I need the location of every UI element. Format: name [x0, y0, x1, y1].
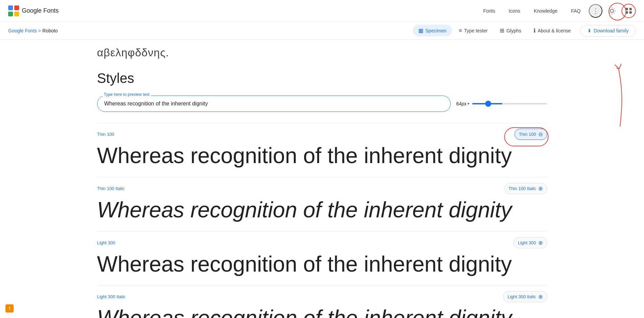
add-thin-100-italic-button[interactable]: Thin 100 Italic ⊕: [504, 183, 547, 194]
logo-text: Google Fonts: [22, 7, 59, 14]
styles-heading: Styles: [97, 71, 547, 86]
preview-text-input[interactable]: [97, 96, 451, 112]
style-name-light-300: Light 300: [97, 240, 116, 245]
size-value: 64px: [456, 101, 466, 106]
tab-glyphs[interactable]: ⊞ Glyphs: [494, 25, 527, 37]
size-label: 64px ▾: [456, 101, 469, 106]
size-slider[interactable]: [472, 103, 547, 104]
secondary-nav-tabs: ▦ Specimen ≡ Type tester ⊞ Glyphs ℹ Abou…: [413, 25, 636, 37]
style-preview-thin-100: Whereas recognition of the inherent dign…: [97, 143, 547, 169]
main-content: αβεληφδδνης. Styles Type here to preview…: [84, 40, 561, 318]
glyphs-icon: ⊞: [500, 27, 504, 34]
breadcrumb-current-page: Roboto: [42, 28, 58, 33]
tab-glyphs-label: Glyphs: [506, 28, 521, 33]
style-name-light-300-italic: Light 300 Italic: [97, 294, 126, 299]
nav-link-faq[interactable]: FAQ: [566, 5, 586, 16]
style-row-header-thin-100-italic: Thin 100 Italic Thin 100 Italic ⊕: [97, 183, 547, 194]
style-preview-thin-100-italic: Whereas recognition of the inherent dign…: [97, 197, 547, 223]
add-light-300-button[interactable]: Light 300 ⊕: [513, 237, 547, 248]
light-300-btn-label: Light 300: [518, 240, 536, 245]
tab-about-license[interactable]: ℹ About & license: [528, 25, 576, 37]
styles-section: Styles Type here to preview text 64px ▾ …: [97, 62, 547, 318]
nav-link-icons[interactable]: Icons: [503, 5, 525, 16]
plus-circle-icon-light-italic: ⊕: [538, 293, 543, 300]
preview-input-label: Type here to preview text: [103, 92, 151, 97]
apps-grid-icon: [626, 8, 632, 14]
style-row-header-thin-100: Thin 100 Thin 100 ⊖: [97, 129, 547, 140]
breadcrumb: Google Fonts > Roboto: [8, 28, 58, 33]
plus-circle-icon-light: ⊕: [538, 240, 543, 246]
type-tester-icon: ≡: [459, 28, 462, 34]
download-family-button[interactable]: ⬇ Download family: [580, 25, 636, 37]
style-preview-light-300-italic: Whereas recognition of the inherent dign…: [97, 305, 547, 318]
nav-link-knowledge[interactable]: Knowledge: [528, 5, 563, 16]
more-options-button[interactable]: ⋮: [589, 4, 602, 18]
style-row-light-300-italic: Light 300 Italic Light 300 Italic ⊕ Wher…: [97, 285, 547, 318]
top-navigation: Google Fonts Fonts Icons Knowledge FAQ ⋮: [0, 0, 644, 22]
tab-type-tester-label: Type tester: [464, 28, 488, 33]
light-300-italic-btn-label: Light 300 Italic: [508, 294, 536, 299]
thin-100-btn-label: Thin 100: [519, 132, 536, 137]
notification-badge: !: [5, 304, 14, 313]
tab-specimen-label: Specimen: [425, 28, 447, 33]
svg-rect-1: [14, 5, 19, 10]
style-row-thin-100-italic: Thin 100 Italic Thin 100 Italic ⊕ Wherea…: [97, 177, 547, 231]
style-row-thin-100: Thin 100 Thin 100 ⊖ Whereas recognition …: [97, 123, 547, 177]
decorative-text: αβεληφδδνης.: [97, 46, 169, 59]
google-fonts-logo[interactable]: Google Fonts: [8, 5, 59, 16]
style-row-header-light-300-italic: Light 300 Italic Light 300 Italic ⊕: [97, 291, 547, 302]
secondary-navigation: Google Fonts > Roboto ▦ Specimen ≡ Type …: [0, 22, 644, 40]
minus-circle-icon: ⊖: [538, 131, 543, 138]
tab-about-label: About & license: [538, 28, 571, 33]
breadcrumb-separator: >: [38, 28, 41, 33]
about-icon: ℹ: [534, 27, 536, 34]
annotation-arrow: [598, 41, 625, 130]
preview-input-wrapper: Type here to preview text 64px ▾: [97, 96, 547, 112]
style-row-header-light-300: Light 300 Light 300 ⊕: [97, 237, 547, 248]
download-btn-label: Download family: [594, 28, 629, 33]
nav-links: Fonts Icons Knowledge FAQ ⋮: [478, 4, 636, 18]
style-preview-light-300: Whereas recognition of the inherent dign…: [97, 251, 547, 277]
svg-rect-0: [8, 5, 13, 10]
google-logo-icon: [8, 5, 19, 16]
dark-mode-icon: [608, 7, 616, 15]
size-control: 64px ▾: [456, 101, 547, 106]
nav-link-fonts[interactable]: Fonts: [478, 5, 500, 16]
svg-rect-2: [8, 12, 13, 16]
add-light-300-italic-button[interactable]: Light 300 Italic ⊕: [503, 291, 547, 302]
top-text-area: αβεληφδδνης.: [97, 40, 547, 62]
style-name-thin-100-italic: Thin 100 Italic: [97, 186, 125, 191]
thin-100-italic-btn-label: Thin 100 Italic: [509, 186, 536, 191]
plus-circle-icon: ⊕: [538, 185, 543, 192]
add-btn-wrapper-thin-100: Thin 100 ⊖: [514, 129, 547, 140]
add-thin-100-button[interactable]: Thin 100 ⊖: [514, 129, 547, 140]
tab-type-tester[interactable]: ≡ Type tester: [453, 25, 493, 37]
style-row-light-300: Light 300 Light 300 ⊕ Whereas recognitio…: [97, 231, 547, 286]
theme-toggle-button[interactable]: [605, 4, 619, 18]
preview-input-container: Type here to preview text: [97, 96, 451, 112]
breadcrumb-home-link[interactable]: Google Fonts: [8, 28, 37, 33]
svg-point-4: [610, 9, 613, 12]
download-icon: ⬇: [587, 28, 591, 33]
svg-rect-3: [14, 12, 19, 16]
app-menu-button[interactable]: [621, 4, 636, 18]
style-name-thin-100: Thin 100: [97, 132, 115, 137]
size-dropdown-arrow: ▾: [467, 101, 469, 106]
tab-specimen[interactable]: ▦ Specimen: [413, 25, 452, 37]
specimen-icon: ▦: [418, 27, 423, 34]
